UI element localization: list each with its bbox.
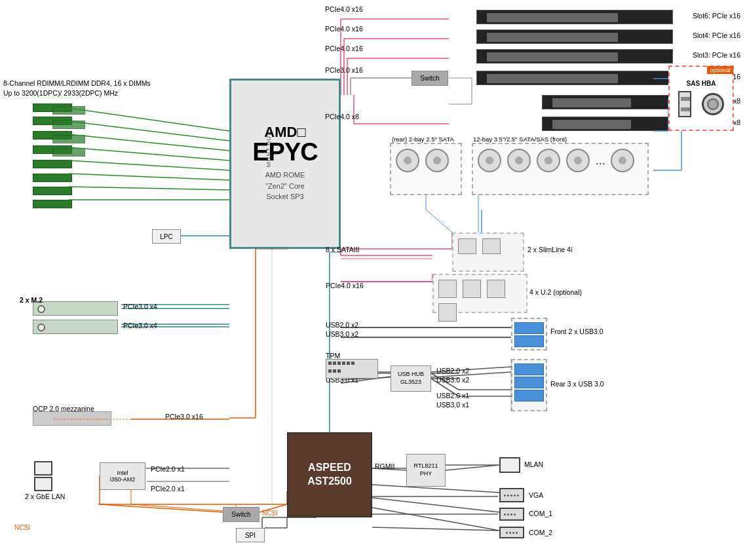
m2-slot-1	[33, 301, 118, 316]
svg-line-92	[446, 465, 499, 470]
sas-hba-box: optional SAS HBA	[668, 65, 734, 131]
cpu-subtext: AMD ROME"Zen2" CoreSocket SP3	[265, 170, 305, 202]
svg-line-5	[69, 174, 229, 180]
intel-label: Inteli350-AM2	[110, 470, 136, 483]
dimm-8	[33, 200, 72, 208]
pcie-slot-1	[476, 71, 673, 85]
main-diagram: 8-Channel RDIMM/LRDIMM DDR4, 16 x DIMMs …	[0, 0, 747, 560]
u2-conn-3	[487, 280, 505, 298]
slimline-box	[452, 233, 524, 272]
svg-line-3	[69, 147, 229, 160]
svg-line-2	[69, 134, 229, 151]
front-drive-bay: …	[472, 143, 649, 195]
slot3-bus-label: PCIe4.0 x16	[325, 45, 363, 52]
mgnt-bus-label: MGNT BUS	[265, 131, 272, 167]
memory-description: 8-Channel RDIMM/LRDIMM DDR4, 16 x DIMMs …	[3, 79, 105, 98]
pcie-slot-3	[476, 49, 673, 64]
switch-badge-1: Switch	[412, 71, 448, 86]
slot6-label: Slot6: PCIe x16	[693, 12, 740, 20]
u2-bus-label: PCIe4.0 x16	[326, 282, 364, 289]
sas-hba-label: SAS HBA	[686, 80, 716, 87]
slot4-label: Slot4: PCIe x16	[693, 31, 740, 39]
slot3-label: Slot3: PCIe x16	[693, 51, 740, 59]
rgmii-label: RGMII	[375, 462, 394, 470]
rear-drive-bay	[390, 143, 462, 195]
pcie-slot-6	[476, 10, 673, 24]
aspeed-text: ASPEEDAST2500	[307, 461, 352, 489]
svg-line-6	[69, 187, 229, 190]
rear-bay-label: (rear) 2-bay 2.5" SATA	[392, 136, 454, 143]
front-usb-label: Front 2 x USB3.0	[550, 327, 603, 335]
m2-label: 2 x M.2	[20, 296, 43, 304]
front-usb-1	[514, 322, 544, 334]
u2-label: 4 x U.2 (optional)	[529, 288, 582, 296]
svg-line-1	[69, 121, 229, 141]
ncsi-bottom-label: NCSI	[14, 524, 30, 531]
svg-line-56	[131, 504, 223, 511]
mlan-label: MLAN	[524, 460, 543, 468]
switch-badge-2: Switch	[223, 507, 259, 522]
rear-usb-out1: USB2.0 x1	[436, 392, 469, 400]
svg-line-95	[372, 508, 499, 531]
rtl-label: RTL8211PHY	[414, 462, 438, 477]
rear-usb-1	[514, 364, 544, 375]
lan-port-1	[34, 461, 52, 476]
rear-usb-label: Rear 3 x USB 3.0	[550, 380, 604, 388]
rtl-box: RTL8211PHY	[406, 454, 446, 487]
usb-hub-box: USB HUBGL3523	[391, 365, 431, 392]
m2-bus-2-label: PCIe3.0 x4	[123, 322, 157, 329]
u2-conn-1	[438, 280, 457, 298]
aspeed-block: ASPEEDAST2500	[287, 432, 372, 517]
com2-label: COM_2	[529, 529, 552, 536]
ocp-bus-label: PCIe3.0 x16	[165, 413, 203, 420]
front-bay-label: 12-bay 3.5"/2.5" SATA/SAS (front)	[473, 136, 567, 143]
lpc-box: LPC	[152, 229, 181, 244]
lan-label: 2 x GbE LAN	[25, 493, 65, 500]
slot6-bus-label: PCIe4.0 x16	[325, 5, 363, 13]
slimline-bus-label: 8 x SATAIII	[326, 246, 360, 253]
intel-bus-label: PCIe2.0 x1	[151, 465, 185, 473]
dimm-5	[33, 160, 72, 168]
ocp-card	[33, 411, 111, 426]
usb-hub-out1: USB2.0 x2	[436, 367, 469, 375]
dimm-7	[33, 187, 72, 195]
slot5-bus-label: PCIe4.0 x8	[325, 113, 359, 121]
svg-line-49	[372, 527, 498, 531]
u2-conn-2	[463, 280, 481, 298]
pcie-slot-5	[542, 117, 673, 131]
ncsi-right-label: NCSI	[262, 510, 278, 517]
tpm-label: TPM	[326, 352, 340, 360]
rear-usb-3	[514, 390, 544, 401]
dimm-10	[52, 121, 85, 129]
u2-box	[432, 274, 527, 313]
spi-box: SPI	[236, 528, 265, 542]
cpu-name: EPYC	[252, 140, 317, 164]
ocp-label: OCP 2.0 mezzanine	[33, 405, 94, 413]
usb-hub-out2: USB3.0 x2	[436, 376, 469, 384]
cpu-block: AMD□ EPYC AMD ROME"Zen2" CoreSocket SP3	[229, 79, 341, 249]
optional-badge: optional	[707, 66, 733, 74]
pcie-slot-4	[476, 29, 673, 44]
dimm-9	[52, 106, 85, 115]
usb-hub-label: USB HUBGL3523	[398, 371, 424, 386]
u2-conn-4	[438, 303, 457, 322]
usb-bus-2-label: USB3.0 x2	[326, 330, 358, 338]
svg-line-0	[69, 108, 229, 131]
pcie-slot-2	[542, 95, 673, 109]
com1-label: COM_1	[529, 510, 552, 517]
slimline-label: 2 x SlimLine 4i	[527, 246, 572, 253]
vga-label: VGA	[529, 491, 543, 499]
lan-port-2	[34, 477, 52, 491]
svg-line-4	[69, 160, 229, 170]
dimm-12	[52, 148, 85, 157]
rear-usb-2	[514, 377, 544, 388]
dimm-6	[33, 174, 72, 182]
front-usb-box	[511, 318, 547, 350]
sas-hba-connectors	[675, 91, 727, 117]
intel-bus-2-label: PCIe2.0 x1	[151, 485, 185, 493]
com1-connector	[499, 508, 524, 521]
m2-slot-2	[33, 320, 118, 334]
lan-ports	[34, 460, 52, 493]
slimline-conn-2	[482, 238, 501, 254]
slot4-bus-label: PCIe4.0 x16	[325, 25, 363, 33]
